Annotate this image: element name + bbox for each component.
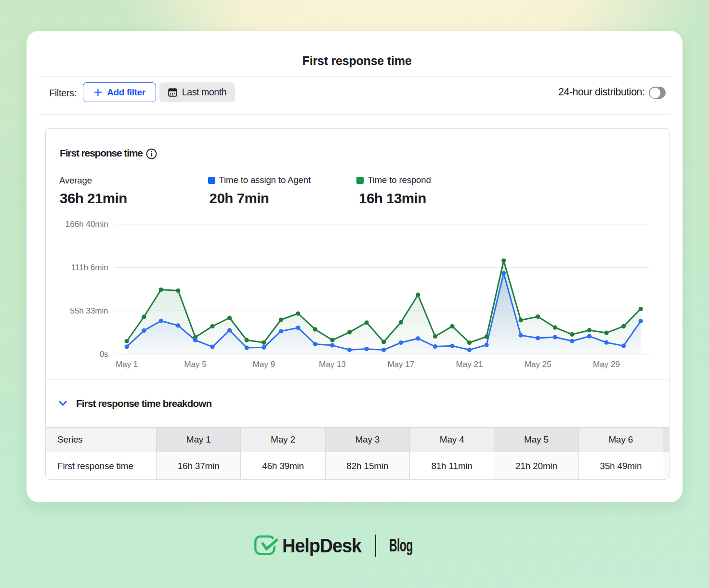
svg-text:May 29: May 29	[593, 359, 620, 369]
svg-text:0s: 0s	[100, 349, 108, 359]
svg-text:111h 6min: 111h 6min	[71, 262, 108, 272]
svg-text:May 25: May 25	[525, 359, 551, 369]
svg-text:May 1: May 1	[116, 359, 138, 369]
svg-text:May 9: May 9	[253, 359, 275, 369]
svg-text:May 17: May 17	[387, 359, 414, 369]
svg-text:May 21: May 21	[456, 359, 483, 369]
svg-text:55h 33min: 55h 33min	[70, 306, 108, 315]
svg-text:May 13: May 13	[319, 359, 346, 369]
svg-text:166h 40min: 166h 40min	[66, 219, 108, 229]
svg-text:May 5: May 5	[184, 359, 206, 369]
